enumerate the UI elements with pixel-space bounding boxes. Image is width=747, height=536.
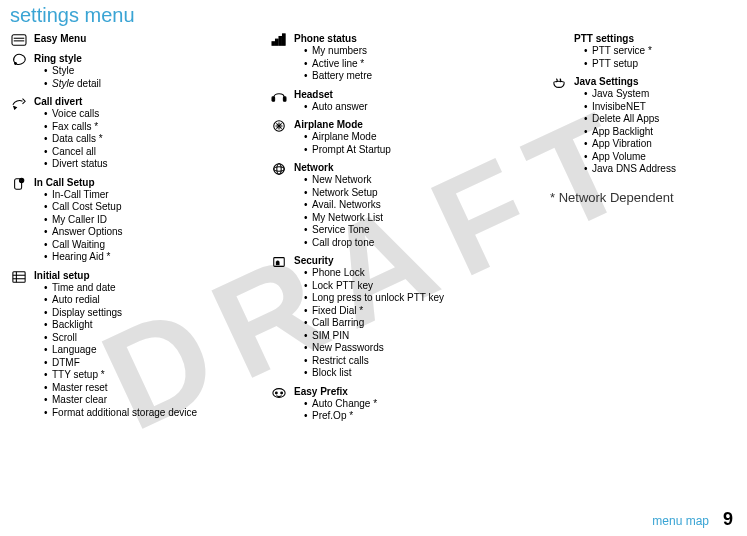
phone-status-icon: [270, 33, 288, 47]
group-heading: Security: [294, 255, 530, 267]
list-item: Block list: [304, 367, 530, 380]
group-body: NetworkNew NetworkNetwork SetupAvail. Ne…: [294, 162, 530, 249]
list-item: Voice calls: [44, 108, 250, 121]
list-item: Service Tone: [304, 224, 530, 237]
list-item: New Passwords: [304, 342, 530, 355]
svg-rect-11: [272, 42, 275, 46]
list-item: Phone Lock: [304, 267, 530, 280]
group-items: Phone LockLock PTT keyLong press to unlo…: [294, 267, 530, 380]
group-heading: Network: [294, 162, 530, 174]
list-item: Auto redial: [44, 294, 250, 307]
group-heading: Easy Prefix: [294, 386, 530, 398]
list-item: Call drop tone: [304, 237, 530, 250]
airplane-icon: [270, 119, 288, 133]
svg-point-23: [277, 261, 279, 263]
list-item: Auto Change *: [304, 398, 530, 411]
group-body: SecurityPhone LockLock PTT keyLong press…: [294, 255, 530, 380]
group-body: Easy PrefixAuto Change *Pref.Op *: [294, 386, 530, 423]
list-item: Long press to unlock PTT key: [304, 292, 530, 305]
group-items: My numbersActive line *Battery metre: [294, 45, 530, 83]
list-item: Cancel all: [44, 146, 250, 159]
list-item: Auto answer: [304, 101, 530, 114]
list-item: Fax calls *: [44, 121, 250, 134]
settings-group: NetworkNew NetworkNetwork SetupAvail. Ne…: [270, 162, 530, 249]
list-item: Prompt At Startup: [304, 144, 530, 157]
group-body: HeadsetAuto answer: [294, 89, 530, 114]
group-heading: PTT settings: [574, 33, 730, 45]
list-item: InvisibeNET: [584, 101, 730, 114]
column-3: PTT settingsPTT service *PTT setupJava S…: [550, 33, 730, 429]
list-item: Network Setup: [304, 187, 530, 200]
settings-group: CIn Call SetupIn-Call TimerCall Cost Set…: [10, 177, 250, 264]
list-item: Java System: [584, 88, 730, 101]
list-item: Display settings: [44, 307, 250, 320]
settings-group: Airplane ModeAirplane ModePrompt At Star…: [270, 119, 530, 156]
svg-rect-0: [12, 35, 26, 46]
java-icon: [550, 76, 568, 90]
list-item: Pref.Op *: [304, 410, 530, 423]
list-item: Avail. Networks: [304, 199, 530, 212]
settings-group: Easy Menu: [10, 33, 250, 47]
list-item: Lock PTT key: [304, 280, 530, 293]
list-item: Format additional storage device: [44, 407, 250, 420]
group-body: Airplane ModeAirplane ModePrompt At Star…: [294, 119, 530, 156]
group-body: Call divertVoice callsFax calls *Data ca…: [34, 96, 250, 171]
svg-rect-16: [283, 96, 286, 100]
group-heading: Ring style: [34, 53, 250, 65]
list-item: New Network: [304, 174, 530, 187]
svg-point-18: [274, 164, 285, 175]
list-item: Master reset: [44, 382, 250, 395]
group-heading: Airplane Mode: [294, 119, 530, 131]
group-items: In-Call TimerCall Cost SetupMy Caller ID…: [34, 189, 250, 264]
group-body: PTT settingsPTT service *PTT setup: [574, 33, 730, 70]
list-item: Style: [44, 65, 250, 78]
list-item: Active line *: [304, 58, 530, 71]
group-items: Java SystemInvisibeNETDelete All AppsApp…: [574, 88, 730, 176]
divert-icon: [10, 96, 28, 110]
group-heading: Easy Menu: [34, 33, 250, 45]
list-item: Divert status: [44, 158, 250, 171]
initial-icon: [10, 270, 28, 284]
group-items: PTT service *PTT setup: [574, 45, 730, 70]
svg-rect-13: [279, 37, 282, 46]
group-body: Ring styleStyleStyle detail: [34, 53, 250, 90]
content-columns: Easy MenuRing styleStyleStyle detailCall…: [0, 29, 747, 429]
footer-page-number: 9: [723, 509, 733, 530]
list-item: In-Call Timer: [44, 189, 250, 202]
list-item: Answer Options: [44, 226, 250, 239]
list-item: Restrict calls: [304, 355, 530, 368]
ring-icon: [10, 53, 28, 67]
settings-group: Call divertVoice callsFax calls *Data ca…: [10, 96, 250, 171]
group-items: Airplane ModePrompt At Startup: [294, 131, 530, 156]
settings-group: Phone statusMy numbersActive line *Batte…: [270, 33, 530, 83]
list-item: My Caller ID: [44, 214, 250, 227]
list-item: Scroll: [44, 332, 250, 345]
menu-icon: [10, 33, 28, 47]
settings-group: HeadsetAuto answer: [270, 89, 530, 114]
footer: menu map 9: [652, 509, 733, 530]
settings-group: Initial setupTime and dateAuto redialDis…: [10, 270, 250, 420]
footnote-network-dependent: * Network Dependent: [550, 190, 730, 205]
list-item: Call Barring: [304, 317, 530, 330]
headset-icon: [270, 89, 288, 103]
column-2: Phone statusMy numbersActive line *Batte…: [270, 33, 530, 429]
group-items: Auto Change *Pref.Op *: [294, 398, 530, 423]
settings-group: PTT settingsPTT service *PTT setup: [550, 33, 730, 70]
list-item: Backlight: [44, 319, 250, 332]
svg-point-26: [281, 392, 283, 394]
list-item: Data calls *: [44, 133, 250, 146]
list-item: TTY setup *: [44, 369, 250, 382]
group-items: Auto answer: [294, 101, 530, 114]
settings-group: Ring styleStyleStyle detail: [10, 53, 250, 90]
group-body: Initial setupTime and dateAuto redialDis…: [34, 270, 250, 420]
list-item: Delete All Apps: [584, 113, 730, 126]
group-body: Phone statusMy numbersActive line *Batte…: [294, 33, 530, 83]
group-items: StyleStyle detail: [34, 65, 250, 90]
list-item: Hearing Aid *: [44, 251, 250, 264]
svg-point-19: [274, 167, 285, 171]
list-item: My numbers: [304, 45, 530, 58]
column-1: Easy MenuRing styleStyleStyle detailCall…: [10, 33, 250, 429]
list-item: Call Cost Setup: [44, 201, 250, 214]
svg-rect-15: [272, 96, 275, 100]
group-heading: Java Settings: [574, 76, 730, 88]
